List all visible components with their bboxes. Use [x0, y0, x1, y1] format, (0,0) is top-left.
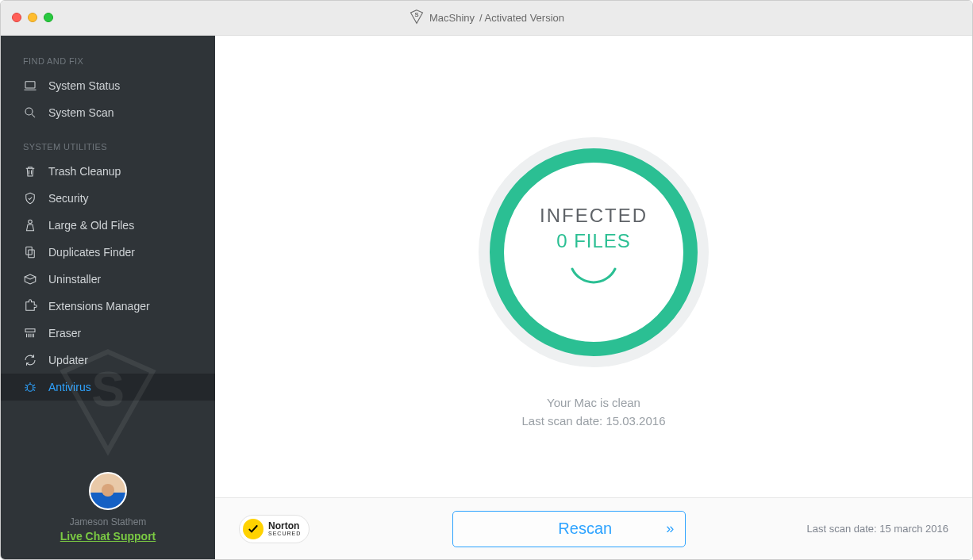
minimize-icon[interactable] — [28, 13, 37, 22]
svg-point-3 — [29, 220, 33, 224]
shredder-icon — [23, 326, 37, 340]
infected-count: 0 FILES — [556, 230, 631, 252]
trash-icon — [23, 164, 37, 178]
svg-rect-5 — [29, 250, 35, 258]
sidebar-item-label: Large & Old Files — [48, 219, 134, 232]
maximize-icon[interactable] — [44, 13, 53, 22]
sidebar-item-trash-cleanup[interactable]: Trash Cleanup — [1, 158, 215, 185]
last-scan-text: Last scan date: 15 march 2016 — [806, 523, 948, 535]
norton-brand: Norton — [268, 521, 301, 531]
sidebar-item-system-scan[interactable]: System Scan — [1, 99, 215, 126]
live-chat-link[interactable]: Live Chat Support — [60, 530, 156, 543]
close-icon[interactable] — [12, 13, 21, 22]
sidebar-item-security[interactable]: Security — [1, 185, 215, 212]
sidebar-item-label: Security — [48, 192, 89, 205]
sidebar-item-label: Trash Cleanup — [48, 165, 121, 178]
smile-icon — [566, 265, 621, 300]
shield-icon — [23, 191, 37, 205]
main-panel: INFECTED 0 FILES Your Mac is clean Last … — [215, 36, 972, 559]
shield-logo-icon: S — [409, 9, 425, 27]
sidebar-item-label: Extensions Manager — [48, 300, 150, 313]
svg-rect-6 — [25, 329, 35, 332]
scan-result: INFECTED 0 FILES Your Mac is clean Last … — [215, 36, 972, 497]
sidebar-item-label: Uninstaller — [48, 273, 101, 286]
svg-text:S: S — [91, 361, 125, 416]
sidebar: FIND AND FIX System Status System Scan S… — [1, 36, 215, 559]
window-controls — [12, 13, 53, 22]
refresh-icon — [23, 353, 37, 367]
infected-label: INFECTED — [540, 205, 648, 227]
bug-icon — [23, 380, 37, 394]
status-date: Last scan date: 15.03.2016 — [522, 414, 666, 428]
sidebar-item-label: System Status — [48, 79, 120, 92]
bottom-bar: Norton SECURED Rescan » Last scan date: … — [215, 497, 972, 559]
laptop-icon — [23, 79, 37, 93]
svg-rect-1 — [25, 82, 35, 88]
sidebar-footer: S Jameson Stathem Live Chat Support — [1, 472, 215, 559]
box-icon — [23, 272, 37, 286]
result-ring: INFECTED 0 FILES — [479, 137, 709, 367]
sidebar-item-duplicates-finder[interactable]: Duplicates Finder — [1, 239, 215, 266]
checkmark-icon — [243, 519, 263, 539]
norton-badge[interactable]: Norton SECURED — [239, 515, 310, 543]
rescan-button[interactable]: Rescan » — [452, 511, 686, 547]
sidebar-item-large-old-files[interactable]: Large & Old Files — [1, 212, 215, 239]
chevron-right-icon: » — [666, 520, 671, 537]
svg-text:S: S — [414, 11, 418, 18]
copy-icon — [23, 245, 37, 259]
user-name: Jameson Stathem — [1, 516, 215, 527]
app-title: S MacShiny / Activated Version — [409, 9, 564, 27]
svg-point-7 — [27, 384, 33, 391]
puzzle-icon — [23, 299, 37, 313]
app-name: MacShiny — [429, 12, 475, 24]
sidebar-item-extensions-manager[interactable]: Extensions Manager — [1, 293, 215, 320]
titlebar: S MacShiny / Activated Version — [1, 1, 972, 36]
rescan-label: Rescan — [558, 520, 612, 538]
status-clean: Your Mac is clean — [522, 396, 666, 409]
watermark-logo-icon: S — [48, 342, 167, 464]
sidebar-item-label: Eraser — [48, 327, 81, 339]
app-version: / Activated Version — [479, 12, 564, 24]
section-find-fix: FIND AND FIX — [1, 36, 215, 72]
svg-rect-4 — [26, 247, 33, 255]
svg-point-2 — [25, 108, 33, 115]
sidebar-item-label: System Scan — [48, 106, 113, 119]
norton-sub: SECURED — [268, 531, 301, 536]
sidebar-item-label: Duplicates Finder — [48, 246, 135, 259]
sidebar-item-uninstaller[interactable]: Uninstaller — [1, 266, 215, 293]
section-utilities: SYSTEM UTILITIES — [1, 126, 215, 158]
status-text: Your Mac is clean Last scan date: 15.03.… — [522, 396, 666, 428]
sidebar-item-system-status[interactable]: System Status — [1, 72, 215, 99]
search-icon — [23, 105, 37, 120]
weight-icon — [23, 218, 37, 232]
app-window: S MacShiny / Activated Version FIND AND … — [0, 0, 973, 560]
avatar[interactable] — [89, 472, 127, 510]
